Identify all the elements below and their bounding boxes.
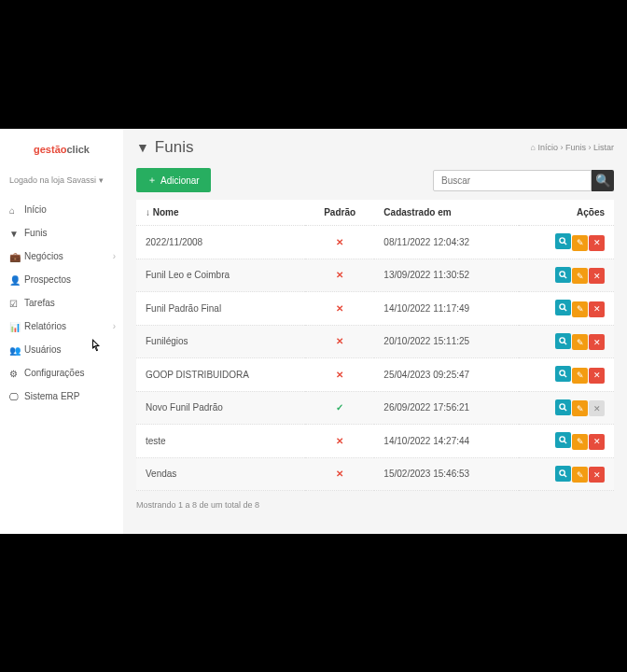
sidebar-item-label: Funis: [24, 228, 47, 238]
cell-created: 14/10/2022 14:27:44: [374, 425, 518, 458]
logo-prefix: gestão: [34, 144, 66, 155]
briefcase-icon: 💼: [9, 252, 19, 261]
cell-name: teste: [136, 425, 305, 458]
cell-actions: ✎✕: [519, 457, 614, 491]
letterbox-top: [0, 0, 627, 129]
cell-actions: ✎✕: [519, 226, 614, 259]
view-button[interactable]: [555, 466, 571, 482]
delete-button[interactable]: ✕: [589, 467, 605, 483]
cell-default: ✕: [305, 425, 374, 458]
edit-button[interactable]: ✎: [572, 235, 588, 251]
cell-created: 25/04/2023 09:25:47: [374, 358, 518, 392]
sidebar-item-funis[interactable]: ▼Funis: [0, 221, 123, 245]
delete-button[interactable]: ✕: [589, 334, 605, 350]
col-name[interactable]: ↓ Nome: [136, 200, 305, 226]
add-button[interactable]: ＋ Adicionar: [136, 168, 211, 192]
sidebar-item-negócios[interactable]: 💼Negócios: [0, 245, 123, 268]
search-group: 🔍: [433, 170, 614, 191]
sort-icon: ↓: [146, 207, 150, 217]
svg-line-9: [564, 374, 566, 377]
sidebar-item-sistema-erp[interactable]: 🖵Sistema ERP: [0, 385, 123, 408]
check-icon: ✓: [336, 402, 343, 413]
cell-default: ✕: [305, 292, 374, 326]
gear-icon: ⚙: [9, 369, 19, 378]
x-icon: ✕: [336, 469, 343, 479]
cell-default: ✕: [305, 325, 374, 358]
breadcrumb-current: Listar: [593, 143, 614, 152]
sidebar-item-label: Sistema ERP: [24, 391, 79, 401]
delete-button[interactable]: ✕: [589, 368, 605, 384]
sidebar-item-início[interactable]: ⌂Início: [0, 198, 123, 221]
search-button[interactable]: 🔍: [592, 170, 614, 191]
cell-actions: ✎✕: [519, 292, 614, 326]
view-button[interactable]: [555, 366, 571, 382]
col-created[interactable]: Cadastrado em: [374, 200, 518, 226]
sidebar-item-prospectos[interactable]: 👤Prospectos: [0, 268, 123, 291]
sidebar: gestãoclick Logado na loja Savassi ▾ ⌂In…: [0, 129, 123, 534]
breadcrumb-section[interactable]: Funis: [565, 143, 586, 152]
delete-button[interactable]: ✕: [589, 301, 605, 317]
sidebar-item-usuários[interactable]: 👥Usuários: [0, 338, 123, 361]
toolbar: ＋ Adicionar 🔍: [136, 168, 614, 192]
cell-name: Vendas: [136, 457, 305, 491]
svg-line-7: [564, 342, 566, 344]
cell-created: 14/10/2022 11:17:49: [374, 292, 518, 326]
funnel-icon: ▼: [136, 140, 149, 155]
search-input[interactable]: [433, 170, 592, 191]
svg-line-15: [564, 474, 566, 477]
nav-list: ⌂Início▼Funis💼Negócios👤Prospectos☑Tarefa…: [0, 198, 123, 408]
x-icon: ✕: [336, 370, 343, 380]
sidebar-item-label: Relatórios: [24, 321, 66, 331]
sidebar-item-label: Início: [24, 204, 47, 215]
page-title: ▼ Funis: [136, 138, 193, 157]
sidebar-item-tarefas[interactable]: ☑Tarefas: [0, 291, 123, 315]
cell-name: Funil Leo e Coimbra: [136, 259, 305, 292]
table-row: GOOP DISTRIBUIDORA✕25/04/2023 09:25:47✎✕: [136, 358, 614, 392]
view-button[interactable]: [555, 267, 571, 283]
main-content: ▼ Funis ⌂ Início › Funis › Listar ＋ Adic…: [123, 129, 627, 534]
edit-button[interactable]: ✎: [572, 301, 588, 317]
sidebar-item-configurações[interactable]: ⚙Configurações: [0, 361, 123, 385]
col-default[interactable]: Padrão: [305, 200, 374, 226]
edit-button[interactable]: ✎: [572, 467, 588, 483]
cell-actions: ✎✕: [519, 259, 614, 292]
breadcrumb-home[interactable]: Início: [537, 143, 558, 152]
view-button[interactable]: [555, 233, 571, 249]
svg-line-11: [564, 408, 566, 411]
delete-button[interactable]: ✕: [589, 235, 605, 251]
edit-button[interactable]: ✎: [572, 400, 588, 416]
store-selector[interactable]: Logado na loja Savassi ▾: [0, 170, 123, 190]
svg-line-1: [564, 242, 566, 245]
sidebar-item-relatórios[interactable]: 📊Relatórios: [0, 315, 123, 338]
cell-actions: ✎✕: [519, 425, 614, 458]
delete-button[interactable]: ✕: [589, 434, 605, 450]
sidebar-item-label: Configurações: [24, 368, 84, 378]
view-button[interactable]: [555, 333, 571, 349]
delete-button[interactable]: ✕: [589, 268, 605, 284]
logo-suffix: click: [67, 144, 90, 155]
letterbox-bottom: [0, 534, 627, 672]
sidebar-item-label: Usuários: [24, 344, 61, 355]
view-button[interactable]: [555, 399, 571, 415]
table-row: teste✕14/10/2022 14:27:44✎✕: [136, 425, 614, 458]
view-button[interactable]: [555, 432, 571, 448]
cell-default: ✕: [305, 259, 374, 292]
view-button[interactable]: [555, 300, 571, 315]
page-header: ▼ Funis ⌂ Início › Funis › Listar: [136, 138, 614, 157]
user-icon: 👤: [9, 275, 19, 285]
col-actions: Ações: [519, 200, 614, 226]
cell-default: ✕: [305, 457, 374, 491]
x-icon: ✕: [336, 270, 343, 280]
logo[interactable]: gestãoclick: [0, 136, 123, 170]
edit-button[interactable]: ✎: [572, 334, 588, 350]
edit-button[interactable]: ✎: [572, 434, 588, 450]
x-icon: ✕: [336, 336, 343, 346]
edit-button[interactable]: ✎: [572, 268, 588, 284]
check-icon: ☑: [9, 299, 19, 308]
cell-default: ✕: [305, 358, 374, 392]
table-body: 2022/11/2008✕08/11/2022 12:04:32✎✕Funil …: [136, 226, 614, 491]
edit-button[interactable]: ✎: [572, 368, 588, 384]
cell-actions: ✎✕: [519, 325, 614, 358]
table-row: Vendas✕15/02/2023 15:46:53✎✕: [136, 457, 614, 491]
pagination-summary: Mostrando 1 a 8 de um total de 8: [136, 500, 614, 510]
